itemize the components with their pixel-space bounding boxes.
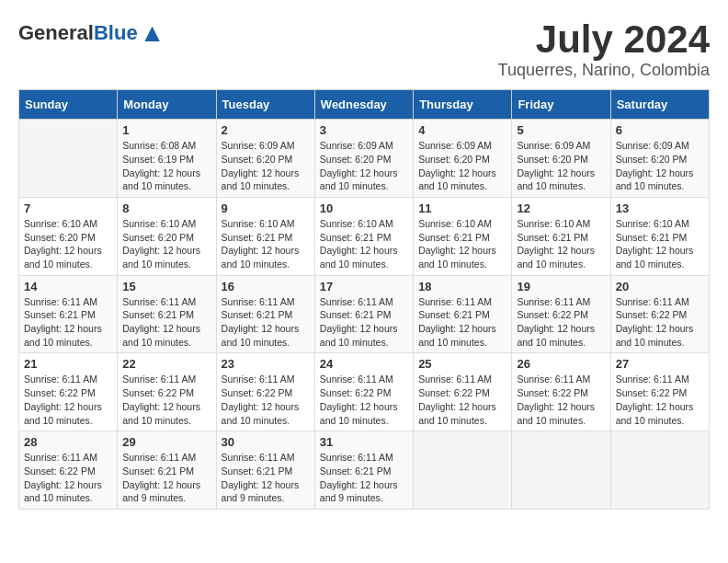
day-number: 22	[122, 357, 210, 371]
calendar-cell: 13Sunrise: 6:10 AM Sunset: 6:21 PM Dayli…	[610, 197, 709, 275]
day-info: Sunrise: 6:10 AM Sunset: 6:21 PM Dayligh…	[222, 217, 310, 271]
day-info: Sunrise: 6:11 AM Sunset: 6:22 PM Dayligh…	[24, 373, 112, 427]
calendar-cell: 2Sunrise: 6:09 AM Sunset: 6:20 PM Daylig…	[216, 120, 314, 198]
day-number: 26	[517, 357, 605, 371]
calendar-cell: 31Sunrise: 6:11 AM Sunset: 6:21 PM Dayli…	[314, 431, 413, 510]
day-number: 3	[320, 123, 408, 137]
day-info: Sunrise: 6:10 AM Sunset: 6:21 PM Dayligh…	[517, 217, 605, 271]
day-number: 18	[418, 280, 506, 293]
day-number: 5	[517, 123, 605, 137]
page-header: General Blue ▲ July 2024 Tuquerres, Nari…	[18, 18, 710, 80]
day-info: Sunrise: 6:11 AM Sunset: 6:22 PM Dayligh…	[517, 295, 605, 350]
calendar-cell: 14Sunrise: 6:11 AM Sunset: 6:21 PM Dayli…	[19, 275, 118, 353]
day-number: 8	[122, 201, 210, 215]
calendar-cell	[512, 431, 610, 510]
calendar-cell: 21Sunrise: 6:11 AM Sunset: 6:22 PM Dayli…	[19, 353, 118, 431]
day-info: Sunrise: 6:11 AM Sunset: 6:21 PM Dayligh…	[122, 295, 210, 350]
calendar-week-row: 1Sunrise: 6:08 AM Sunset: 6:19 PM Daylig…	[19, 120, 710, 198]
logo-blue-text: Blue	[94, 21, 138, 45]
calendar-cell: 28Sunrise: 6:11 AM Sunset: 6:22 PM Dayli…	[19, 431, 118, 510]
day-number: 9	[222, 201, 310, 215]
calendar-cell: 7Sunrise: 6:10 AM Sunset: 6:20 PM Daylig…	[19, 197, 118, 275]
calendar-cell: 8Sunrise: 6:10 AM Sunset: 6:20 PM Daylig…	[118, 197, 216, 275]
col-wednesday: Wednesday	[314, 90, 413, 120]
day-info: Sunrise: 6:11 AM Sunset: 6:21 PM Dayligh…	[222, 451, 310, 505]
title-block: July 2024 Tuquerres, Narino, Colombia	[498, 18, 710, 80]
day-number: 30	[222, 435, 310, 449]
day-info: Sunrise: 6:11 AM Sunset: 6:22 PM Dayligh…	[320, 373, 408, 427]
calendar-cell: 5Sunrise: 6:09 AM Sunset: 6:20 PM Daylig…	[512, 120, 610, 198]
calendar-week-row: 14Sunrise: 6:11 AM Sunset: 6:21 PM Dayli…	[19, 275, 710, 353]
day-number: 19	[517, 280, 605, 293]
calendar-table: Sunday Monday Tuesday Wednesday Thursday…	[18, 89, 710, 510]
day-number: 1	[122, 123, 210, 137]
day-info: Sunrise: 6:11 AM Sunset: 6:21 PM Dayligh…	[24, 295, 112, 350]
day-info: Sunrise: 6:11 AM Sunset: 6:21 PM Dayligh…	[320, 451, 408, 505]
calendar-cell: 24Sunrise: 6:11 AM Sunset: 6:22 PM Dayli…	[314, 353, 413, 431]
day-info: Sunrise: 6:11 AM Sunset: 6:22 PM Dayligh…	[517, 373, 605, 427]
day-number: 12	[517, 201, 605, 215]
calendar-cell: 20Sunrise: 6:11 AM Sunset: 6:22 PM Dayli…	[610, 275, 709, 353]
day-number: 2	[222, 123, 310, 137]
month-title: July 2024	[498, 18, 710, 61]
day-number: 20	[616, 280, 704, 293]
day-info: Sunrise: 6:11 AM Sunset: 6:22 PM Dayligh…	[418, 373, 506, 427]
day-info: Sunrise: 6:09 AM Sunset: 6:20 PM Dayligh…	[222, 139, 310, 193]
day-number: 23	[222, 357, 310, 371]
day-info: Sunrise: 6:10 AM Sunset: 6:21 PM Dayligh…	[418, 217, 506, 271]
day-info: Sunrise: 6:09 AM Sunset: 6:20 PM Dayligh…	[616, 139, 704, 193]
calendar-week-row: 21Sunrise: 6:11 AM Sunset: 6:22 PM Dayli…	[19, 353, 710, 431]
calendar-cell: 16Sunrise: 6:11 AM Sunset: 6:21 PM Dayli…	[216, 275, 314, 353]
col-sunday: Sunday	[19, 90, 118, 120]
calendar-week-row: 28Sunrise: 6:11 AM Sunset: 6:22 PM Dayli…	[19, 431, 710, 510]
day-number: 31	[320, 435, 408, 449]
day-info: Sunrise: 6:11 AM Sunset: 6:21 PM Dayligh…	[222, 295, 310, 350]
day-number: 29	[122, 435, 210, 449]
logo: General Blue ▲	[18, 18, 165, 48]
day-number: 14	[24, 280, 112, 293]
calendar-cell: 4Sunrise: 6:09 AM Sunset: 6:20 PM Daylig…	[414, 120, 512, 198]
day-number: 10	[320, 201, 408, 215]
day-info: Sunrise: 6:11 AM Sunset: 6:21 PM Dayligh…	[122, 451, 210, 505]
day-number: 15	[122, 280, 210, 293]
col-friday: Friday	[512, 90, 610, 120]
calendar-cell	[19, 120, 118, 198]
day-number: 4	[418, 123, 506, 137]
day-info: Sunrise: 6:09 AM Sunset: 6:20 PM Dayligh…	[418, 139, 506, 193]
calendar-cell: 29Sunrise: 6:11 AM Sunset: 6:21 PM Dayli…	[118, 431, 216, 510]
col-monday: Monday	[118, 90, 216, 120]
calendar-cell: 27Sunrise: 6:11 AM Sunset: 6:22 PM Dayli…	[610, 353, 709, 431]
day-info: Sunrise: 6:11 AM Sunset: 6:21 PM Dayligh…	[320, 295, 408, 350]
day-info: Sunrise: 6:10 AM Sunset: 6:21 PM Dayligh…	[320, 217, 408, 271]
col-thursday: Thursday	[414, 90, 512, 120]
calendar-cell: 23Sunrise: 6:11 AM Sunset: 6:22 PM Dayli…	[216, 353, 314, 431]
day-info: Sunrise: 6:11 AM Sunset: 6:21 PM Dayligh…	[418, 295, 506, 350]
day-number: 11	[418, 201, 506, 215]
day-number: 24	[320, 357, 408, 371]
day-number: 6	[616, 123, 704, 137]
day-info: Sunrise: 6:11 AM Sunset: 6:22 PM Dayligh…	[616, 295, 704, 350]
calendar-cell: 25Sunrise: 6:11 AM Sunset: 6:22 PM Dayli…	[414, 353, 512, 431]
day-info: Sunrise: 6:10 AM Sunset: 6:20 PM Dayligh…	[122, 217, 210, 271]
day-number: 21	[24, 357, 112, 371]
calendar-cell: 12Sunrise: 6:10 AM Sunset: 6:21 PM Dayli…	[512, 197, 610, 275]
calendar-cell: 26Sunrise: 6:11 AM Sunset: 6:22 PM Dayli…	[512, 353, 610, 431]
col-saturday: Saturday	[610, 90, 709, 120]
day-info: Sunrise: 6:09 AM Sunset: 6:20 PM Dayligh…	[320, 139, 408, 193]
day-info: Sunrise: 6:09 AM Sunset: 6:20 PM Dayligh…	[517, 139, 605, 193]
day-info: Sunrise: 6:11 AM Sunset: 6:22 PM Dayligh…	[24, 451, 112, 505]
day-info: Sunrise: 6:08 AM Sunset: 6:19 PM Dayligh…	[122, 139, 210, 193]
day-number: 13	[616, 201, 704, 215]
calendar-cell: 18Sunrise: 6:11 AM Sunset: 6:21 PM Dayli…	[414, 275, 512, 353]
location-subtitle: Tuquerres, Narino, Colombia	[498, 61, 710, 80]
calendar-week-row: 7Sunrise: 6:10 AM Sunset: 6:20 PM Daylig…	[19, 197, 710, 275]
calendar-cell: 1Sunrise: 6:08 AM Sunset: 6:19 PM Daylig…	[118, 120, 216, 198]
day-info: Sunrise: 6:11 AM Sunset: 6:22 PM Dayligh…	[616, 373, 704, 427]
calendar-cell: 6Sunrise: 6:09 AM Sunset: 6:20 PM Daylig…	[610, 120, 709, 198]
calendar-cell: 15Sunrise: 6:11 AM Sunset: 6:21 PM Dayli…	[118, 275, 216, 353]
day-number: 28	[24, 435, 112, 449]
day-info: Sunrise: 6:11 AM Sunset: 6:22 PM Dayligh…	[122, 373, 210, 427]
day-info: Sunrise: 6:10 AM Sunset: 6:21 PM Dayligh…	[616, 217, 704, 271]
day-number: 25	[418, 357, 506, 371]
calendar-cell: 11Sunrise: 6:10 AM Sunset: 6:21 PM Dayli…	[414, 197, 512, 275]
